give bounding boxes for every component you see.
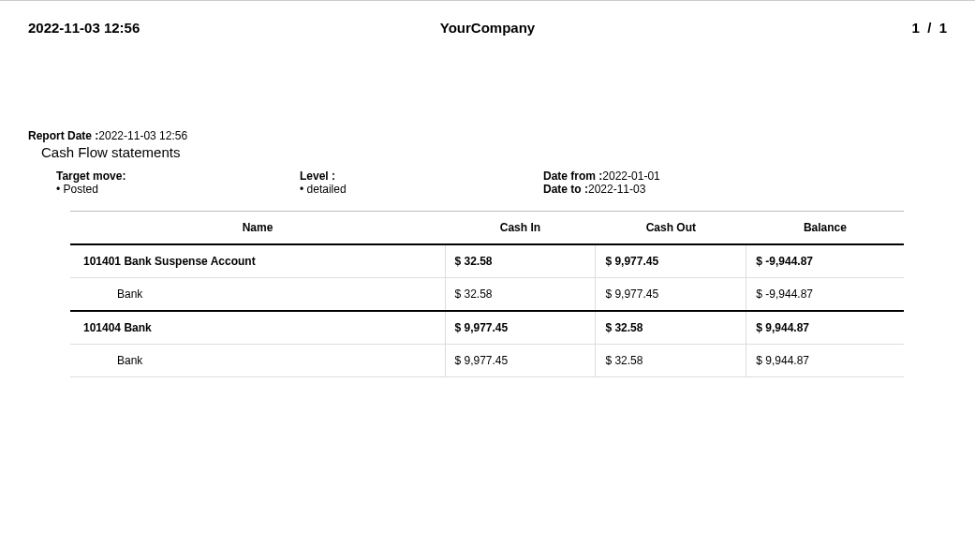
header-pagination: 1 / 1	[641, 20, 947, 36]
cell-cash-in: $ 32.58	[445, 244, 596, 278]
cell-cash-out: $ 9,977.45	[596, 244, 746, 278]
table-row: 101404 Bank $ 9,977.45 $ 32.58 $ 9,944.8…	[70, 311, 904, 345]
cell-name: Bank	[70, 345, 445, 377]
filter-target-move: Target move: Posted	[56, 169, 300, 196]
report-date-value: 2022-11-03 12:56	[98, 129, 187, 142]
filter-date-from-label: Date from :	[543, 169, 602, 183]
report-date-label: Report Date :	[28, 129, 98, 142]
filter-date-to: Date to :2022-11-03	[543, 183, 787, 196]
cash-flow-table: Name Cash In Cash Out Balance 101401 Ban…	[70, 211, 904, 377]
filter-date-to-label: Date to :	[543, 183, 588, 196]
table-header-row: Name Cash In Cash Out Balance	[70, 212, 904, 245]
filter-target-move-value: Posted	[56, 183, 300, 196]
filter-level: Level : detailed	[300, 169, 543, 196]
col-cash-out: Cash Out	[596, 212, 746, 245]
cell-cash-in: $ 9,977.45	[445, 311, 596, 345]
report-date: Report Date :2022-11-03 12:56	[28, 129, 947, 142]
filter-date-to-value: 2022-11-03	[588, 183, 645, 196]
cell-balance: $ 9,944.87	[746, 345, 904, 377]
col-cash-in: Cash In	[445, 212, 596, 245]
header-datetime: 2022-11-03 12:56	[28, 20, 334, 36]
cell-balance: $ -9,944.87	[746, 244, 904, 278]
header-company: YourCompany	[334, 20, 641, 36]
cell-name: Bank	[70, 278, 445, 312]
cell-cash-out: $ 9,977.45	[596, 278, 746, 312]
table-row: 101401 Bank Suspense Account $ 32.58 $ 9…	[70, 244, 904, 278]
col-name: Name	[70, 212, 445, 245]
cell-name: 101401 Bank Suspense Account	[70, 244, 445, 278]
report-page: 2022-11-03 12:56 YourCompany 1 / 1 Repor…	[0, 0, 975, 396]
cell-balance: $ -9,944.87	[746, 278, 904, 312]
cell-cash-in: $ 32.58	[445, 278, 596, 312]
cell-name: 101404 Bank	[70, 311, 445, 345]
table-row: Bank $ 32.58 $ 9,977.45 $ -9,944.87	[70, 278, 904, 312]
cell-cash-in: $ 9,977.45	[445, 345, 596, 377]
filter-date-from-value: 2022-01-01	[602, 169, 659, 183]
filter-level-label: Level :	[300, 169, 543, 183]
report-title: Cash Flow statements	[41, 144, 947, 160]
filter-dates: Date from :2022-01-01 Date to :2022-11-0…	[543, 169, 787, 196]
col-balance: Balance	[746, 212, 904, 245]
filter-date-from: Date from :2022-01-01	[543, 169, 787, 183]
filter-level-value: detailed	[300, 183, 543, 196]
page-header: 2022-11-03 12:56 YourCompany 1 / 1	[28, 20, 947, 36]
table-row: Bank $ 9,977.45 $ 32.58 $ 9,944.87	[70, 345, 904, 377]
cell-cash-out: $ 32.58	[596, 311, 746, 345]
cell-balance: $ 9,944.87	[746, 311, 904, 345]
cell-cash-out: $ 32.58	[596, 345, 746, 377]
report-filters: Target move: Posted Level : detailed Dat…	[56, 169, 947, 196]
filter-target-move-label: Target move:	[56, 169, 300, 183]
